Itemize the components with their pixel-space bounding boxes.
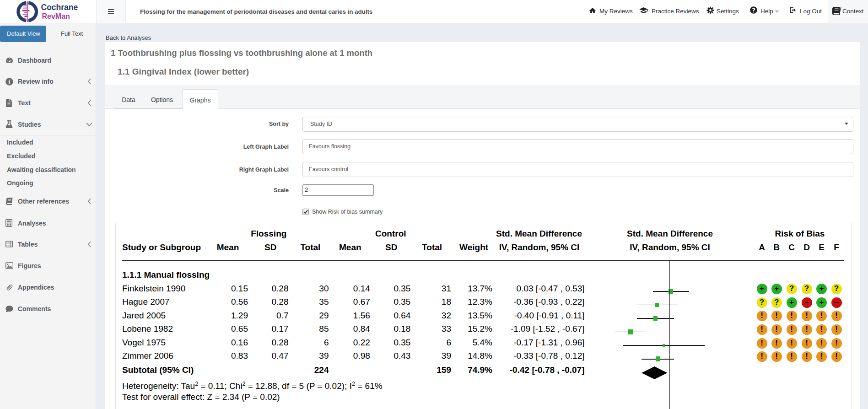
svg-text:RevMan: RevMan (42, 12, 70, 20)
svg-text:Cochrane: Cochrane (41, 3, 78, 12)
